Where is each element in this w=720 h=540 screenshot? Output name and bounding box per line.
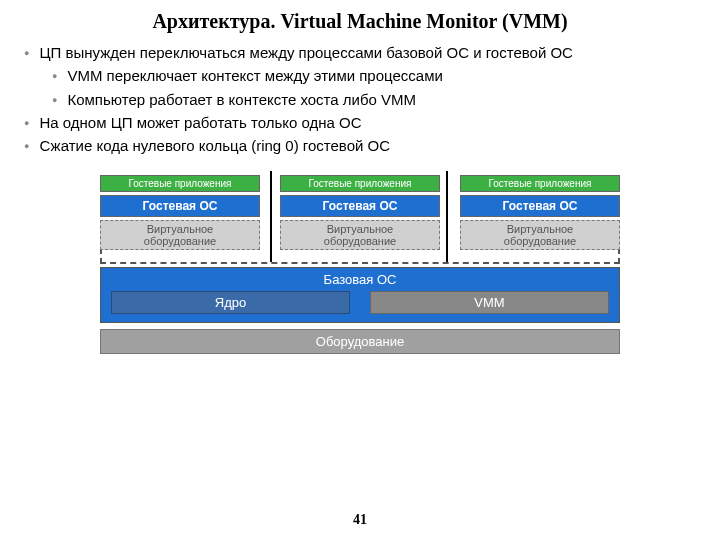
page-number: 41 xyxy=(0,512,720,528)
vm-column-2: Гостевые приложения Гостевая ОС Виртуаль… xyxy=(280,175,440,250)
vmm-box: VMM xyxy=(370,291,609,314)
base-os-block: Базовая ОС Ядро VMM xyxy=(100,267,620,323)
bullet-3-text: Сжатие кода нулевого кольца (ring 0) гос… xyxy=(39,137,390,154)
architecture-diagram: Гостевые приложения Гостевая ОС Виртуаль… xyxy=(100,175,620,354)
bullet-2-text: На одном ЦП может работать только одна О… xyxy=(39,114,361,131)
guest-apps-box: Гостевые приложения xyxy=(100,175,260,192)
bullet-1-text: ЦП вынужден переключаться между процесса… xyxy=(39,44,573,61)
separator-1 xyxy=(270,171,272,262)
separator-2 xyxy=(446,171,448,262)
vm-column-3: Гостевые приложения Гостевая ОС Виртуаль… xyxy=(460,175,620,250)
virtual-hw-box: Виртуальноеоборудование xyxy=(280,220,440,250)
slide-title: Архитектура. Virtual Machine Monitor (VM… xyxy=(0,0,720,41)
guest-apps-box: Гостевые приложения xyxy=(280,175,440,192)
dashed-container-border xyxy=(100,248,620,264)
guest-apps-box: Гостевые приложения xyxy=(460,175,620,192)
bullet-1b: Компьютер работает в контексте хоста либ… xyxy=(52,88,700,111)
bullet-3: Сжатие кода нулевого кольца (ring 0) гос… xyxy=(24,134,700,157)
hardware-bar: Оборудование xyxy=(100,329,620,354)
bullet-1b-text: Компьютер работает в контексте хоста либ… xyxy=(67,91,416,108)
bullet-2: На одном ЦП может работать только одна О… xyxy=(24,111,700,134)
bullet-list: ЦП вынужден переключаться между процесса… xyxy=(0,41,720,157)
bullet-1a: VMM переключает контекст между этими про… xyxy=(52,64,700,87)
kernel-box: Ядро xyxy=(111,291,350,314)
vm-column-1: Гостевые приложения Гостевая ОС Виртуаль… xyxy=(100,175,260,250)
bullet-1a-text: VMM переключает контекст между этими про… xyxy=(67,67,442,84)
vm-columns-row: Гостевые приложения Гостевая ОС Виртуаль… xyxy=(100,175,620,250)
bullet-1: ЦП вынужден переключаться между процесса… xyxy=(24,41,700,111)
guest-os-box: Гостевая ОС xyxy=(280,195,440,217)
guest-os-box: Гостевая ОС xyxy=(460,195,620,217)
virtual-hw-box: Виртуальноеоборудование xyxy=(100,220,260,250)
virtual-hw-box: Виртуальноеоборудование xyxy=(460,220,620,250)
base-os-label: Базовая ОС xyxy=(111,272,609,287)
guest-os-box: Гостевая ОС xyxy=(100,195,260,217)
